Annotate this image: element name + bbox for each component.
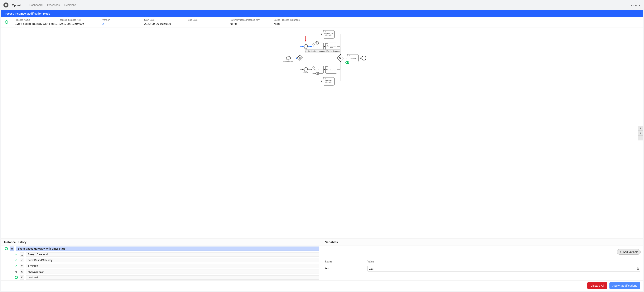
event-based-gateway[interactable] [297,55,304,61]
status-done-icon: ✓ [15,259,18,262]
svg-point-5 [312,43,314,45]
exclusive-gateway[interactable] [337,55,344,61]
task-message-interrupted-label-2: interrupted [325,34,332,36]
svg-point-10 [326,43,328,45]
task-message-interrupted-label-1: Message task [324,32,334,34]
status-active-icon [15,276,18,279]
variables-panel: Variables ＋ Add Variable Name test Value [322,239,643,280]
instance-info-row: Process Name Event based gateway with ti… [1,17,643,27]
bottom-panels: Instance History ▭Event based gateway wi… [1,239,643,280]
process-icon: ▭ [11,247,14,250]
end-date: -- [188,22,224,25]
zoom-controls: ⌖ + − [638,126,643,140]
apply-modifications-button[interactable]: Apply Modifications [610,283,640,289]
instance-history-title: Instance History [1,239,322,246]
svg-point-14 [326,66,328,68]
brand-logo: C [4,2,8,7]
history-row[interactable]: ✓◷1 minute [1,263,322,269]
modification-mode-banner: Process Instance Modification Mode [1,10,643,17]
svg-point-9 [324,31,326,33]
svg-point-12 [312,66,314,68]
footer-actions: Discard All Apply Modifications [1,280,643,291]
instance-history-list: ▭Event based gateway with timer start✓◷E… [1,246,322,280]
plus-icon: ＋ [619,250,622,254]
history-row-label: Every 10 second [26,252,319,257]
svg-text:1: 1 [348,62,349,64]
top-nav: C Operate Dashboard Processes Decisions … [0,0,644,10]
modification-tooltip-text: Modification is not supported for this f… [304,50,340,52]
svg-point-19 [346,62,347,63]
main-panel: Process Instance Modification Mode Proce… [1,10,643,291]
status-done-icon: ✓ [15,264,18,268]
start-date: 2022-09-30 10:56:06 [144,22,182,25]
history-row-label: eventBasedGateway [26,258,319,262]
nav-dashboard[interactable]: Dashboard [30,3,43,6]
history-row-label: 1 minute [26,264,319,268]
task-last-label: Last task [350,57,356,59]
version-link[interactable]: 2 [102,22,139,25]
user-menu[interactable]: demo ⌄ [630,3,640,7]
history-row[interactable]: ✓◇eventBasedGateway [1,257,322,263]
zoom-out-button[interactable]: − [638,135,643,140]
instance-key-label: Process Instance Key [58,19,97,21]
add-variable-button[interactable]: ＋ Add Variable [617,249,641,255]
end-event[interactable] [362,56,366,60]
discard-all-button[interactable]: Discard All [587,283,607,289]
gateway-icon: ◇ [21,259,23,262]
variables-name-header: Name [325,260,364,266]
called-instances-label: Called Process Instances [274,19,300,21]
called-instances: None [274,22,300,25]
task-icon: ⚙ [21,276,24,279]
end-date-label: End Date [188,19,224,21]
nav-divider [26,2,26,7]
variable-name: test [325,266,364,270]
timer-icon: ◷ [21,264,23,268]
bpmn-diagram: Every 10 second 1 m Message task [1,27,643,89]
zoom-reset-button[interactable]: ⌖ [638,126,643,131]
history-row[interactable]: ⊘⚙Message task [1,269,322,275]
user-name: demo [630,3,637,7]
brand-name: Operate [12,3,22,7]
bpmn-canvas[interactable]: Every 10 second 1 m Message task [1,27,643,239]
parent-key-label: Parent Process Instance Key [230,19,268,21]
svg-point-17 [348,55,350,57]
task-icon: ⚙ [21,270,24,273]
nav-decisions[interactable]: Decisions [64,3,76,6]
history-row[interactable]: ⚙Last task [1,275,322,280]
add-variable-label: Add Variable [623,250,638,254]
nav-processes[interactable]: Processes [47,3,60,6]
process-name: Event based gateway with timer... [15,22,53,25]
status-active-icon [5,247,8,250]
svg-rect-1 [297,55,304,61]
history-row-label: Message task [26,270,319,274]
variables-value-header: Value [368,260,640,266]
version-label: Version [102,19,139,21]
status-canceled-icon: ⊘ [15,270,18,273]
task-after-timer-label: After timer task [326,69,336,71]
timer-icon: ◷ [21,253,23,256]
active-token-badge: 1 [346,61,349,64]
timer-label-2: 1 minute [304,72,308,73]
variable-value-input[interactable] [368,266,640,272]
task-timer-interrupted-label-2: interrupted [325,81,332,83]
status-done-icon: ✓ [15,253,18,256]
task-message-label: Message task [313,46,322,48]
instance-status-icon [5,20,8,24]
expand-icon[interactable]: ⧉ [637,267,639,270]
variables-title: Variables [322,239,643,246]
history-row-label: Event based gateway with timer start [16,247,319,251]
process-name-label: Process Name [15,19,53,21]
history-row[interactable]: ✓◷Every 10 second [1,252,322,257]
task-after-message-label-1: After message [326,45,336,47]
zoom-in-button[interactable]: + [638,130,643,135]
modification-pointer-icon [305,36,307,42]
task-after-message-label-2: task [330,47,333,48]
start-date-label: Start Date [144,19,182,21]
task-timer-label: Timer task [314,69,322,71]
svg-point-15 [324,78,326,80]
instance-history-panel: Instance History ▭Event based gateway wi… [1,239,322,280]
history-row-label: Last task [26,275,319,280]
parent-key: None [230,22,268,25]
task-timer-interrupted-label-1: Timer task [325,79,332,81]
history-row[interactable]: ▭Event based gateway with timer start [1,246,322,252]
